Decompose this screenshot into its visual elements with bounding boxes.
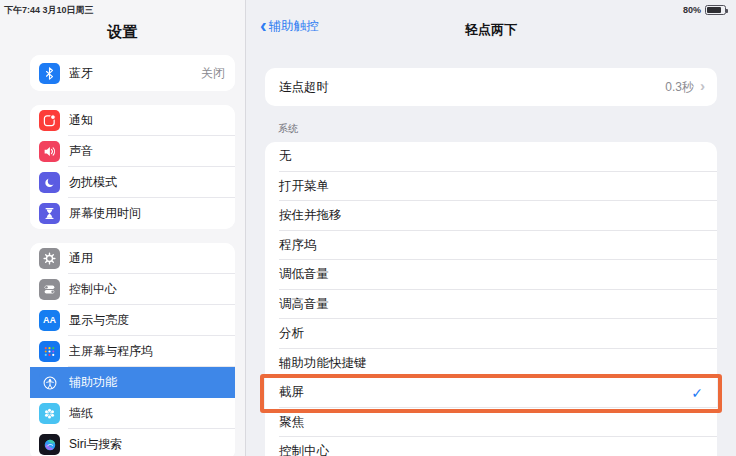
battery-icon xyxy=(705,5,726,15)
sidebar-item-label: 勿扰模式 xyxy=(69,174,225,191)
option-row[interactable]: 辅助功能快捷键 xyxy=(265,349,717,379)
control-center-icon xyxy=(39,279,60,300)
sidebar-item-siri[interactable]: Siri与搜索 xyxy=(30,429,235,456)
option-row[interactable]: 控制中心 xyxy=(265,437,717,456)
option-row[interactable]: 调低音量 xyxy=(265,260,717,290)
sounds-icon xyxy=(39,141,60,162)
status-bar: 下午7:44 3月10日周三 80% xyxy=(0,0,736,18)
sidebar-title: 设置 xyxy=(0,18,245,46)
back-label: 辅助触控 xyxy=(269,18,319,35)
option-row[interactable]: 无 xyxy=(265,142,717,172)
sidebar-item-label: 辅助功能 xyxy=(69,374,225,391)
sidebar-item-wallpaper[interactable]: 墙纸 xyxy=(30,398,235,429)
sidebar-item-label: 屏幕使用时间 xyxy=(69,205,225,222)
tap-timeout-value: 0.3秒 xyxy=(665,79,694,96)
status-time-date: 下午7:44 3月10日周三 xyxy=(4,4,94,17)
sidebar-item-label: 主屏幕与程序坞 xyxy=(69,343,225,360)
option-label: 聚焦 xyxy=(279,414,304,431)
option-label: 截屏 xyxy=(279,384,304,401)
tap-timeout-row[interactable]: 连点超时 0.3秒 › xyxy=(265,68,717,106)
home-screen-dock-icon xyxy=(39,341,60,362)
option-label: 调高音量 xyxy=(279,296,329,313)
sidebar-item-hourglass[interactable]: 屏幕使用时间 xyxy=(30,198,235,229)
sidebar-item-value: 关闭 xyxy=(201,65,225,82)
wallpaper-icon xyxy=(39,403,60,424)
option-label: 调低音量 xyxy=(279,266,329,283)
option-label: 辅助功能快捷键 xyxy=(279,355,367,372)
option-row[interactable]: 程序坞 xyxy=(265,231,717,261)
sidebar-item-sounds[interactable]: 声音 xyxy=(30,136,235,167)
sidebar-item-moon[interactable]: 勿扰模式 xyxy=(30,167,235,198)
option-row[interactable]: 打开菜单 xyxy=(265,172,717,202)
sidebar-item-label: 控制中心 xyxy=(69,281,225,298)
sidebar-item-label: 通用 xyxy=(69,250,225,267)
sidebar-item-bluetooth[interactable]: 蓝牙关闭 xyxy=(30,55,235,91)
battery-percent: 80% xyxy=(683,5,701,15)
sidebar-item-accessibility[interactable]: 辅助功能 xyxy=(30,367,235,398)
option-label: 程序坞 xyxy=(279,237,317,254)
option-row[interactable]: 调高音量 xyxy=(265,290,717,320)
option-label: 控制中心 xyxy=(279,443,329,456)
settings-sidebar: 设置 蓝牙关闭通知声音勿扰模式屏幕使用时间通用控制中心AA显示与亮度主屏幕与程序… xyxy=(0,0,246,456)
bluetooth-icon xyxy=(39,63,60,84)
sidebar-item-label: 显示与亮度 xyxy=(69,312,225,329)
sidebar-item-label: 声音 xyxy=(69,143,225,160)
sidebar-group: 蓝牙关闭 xyxy=(30,55,235,91)
chevron-right-icon: › xyxy=(700,80,705,92)
section-label: 系统 xyxy=(278,122,717,136)
option-label: 无 xyxy=(279,148,292,165)
battery-status: 80% xyxy=(683,5,726,15)
option-row[interactable]: 按住并拖移 xyxy=(265,201,717,231)
option-label: 分析 xyxy=(279,325,304,342)
back-button[interactable]: ‹ 辅助触控 xyxy=(260,18,319,35)
tap-timeout-label: 连点超时 xyxy=(279,79,329,96)
sidebar-item-display-brightness[interactable]: AA显示与亮度 xyxy=(30,305,235,336)
sidebar-item-home-screen-dock[interactable]: 主屏幕与程序坞 xyxy=(30,336,235,367)
option-label: 按住并拖移 xyxy=(279,207,342,224)
sidebar-item-label: 蓝牙 xyxy=(69,65,201,82)
accessibility-icon xyxy=(39,372,60,393)
gear-icon xyxy=(39,248,60,269)
page-title: 轻点两下 xyxy=(246,18,736,42)
option-row[interactable]: 分析 xyxy=(265,319,717,349)
sidebar-item-label: 墙纸 xyxy=(69,405,225,422)
panel-header: ‹ 辅助触控 轻点两下 xyxy=(246,18,736,42)
option-label: 打开菜单 xyxy=(279,178,329,195)
sidebar-group: 通用控制中心AA显示与亮度主屏幕与程序坞辅助功能墙纸Siri与搜索 xyxy=(30,243,235,456)
moon-icon xyxy=(39,172,60,193)
sidebar-item-control-center[interactable]: 控制中心 xyxy=(30,274,235,305)
hourglass-icon xyxy=(39,203,60,224)
option-row[interactable]: 聚焦 xyxy=(265,408,717,438)
display-brightness-icon: AA xyxy=(39,310,60,331)
detail-panel: ‹ 辅助触控 轻点两下 连点超时 0.3秒 › 系统 无打开菜单按住并拖移程序坞… xyxy=(246,0,736,456)
sidebar-group: 通知声音勿扰模式屏幕使用时间 xyxy=(30,105,235,229)
sidebar-item-label: Siri与搜索 xyxy=(69,436,225,453)
notifications-icon xyxy=(39,110,60,131)
sidebar-item-gear[interactable]: 通用 xyxy=(30,243,235,274)
options-list: 无打开菜单按住并拖移程序坞调低音量调高音量分析辅助功能快捷键截屏✓聚焦控制中心 xyxy=(265,142,717,456)
sidebar-item-notifications[interactable]: 通知 xyxy=(30,105,235,136)
siri-icon xyxy=(39,434,60,455)
checkmark-icon: ✓ xyxy=(691,385,703,401)
option-row[interactable]: 截屏✓ xyxy=(265,378,717,408)
ipad-settings-screen: 下午7:44 3月10日周三 80% 设置 蓝牙关闭通知声音勿扰模式屏幕使用时间… xyxy=(0,0,736,456)
chevron-left-icon: ‹ xyxy=(260,15,267,35)
sidebar-item-label: 通知 xyxy=(69,112,225,129)
